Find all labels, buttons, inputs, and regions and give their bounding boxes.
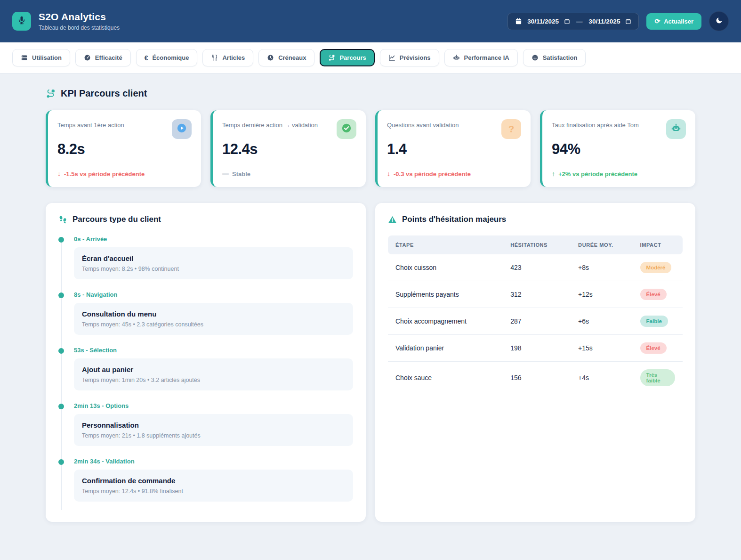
trend-text: Stable — [232, 170, 250, 178]
tab-label: Parcours — [339, 54, 366, 61]
journey-step: 8s - NavigationConsultation du menuTemps… — [58, 291, 353, 335]
tab-label: Prévisions — [400, 54, 431, 61]
table-cell: 312 — [503, 281, 571, 308]
tab-satisfaction[interactable]: Satisfaction — [523, 49, 586, 66]
refresh-button[interactable]: ⟳ Actualiser — [646, 13, 701, 30]
hesitation-table: ÉTAPEHÉSITATIONSDURÉE MOY.IMPACT Choix c… — [388, 235, 683, 394]
table-cell: +4s — [571, 362, 632, 394]
column-header: DURÉE MOY. — [571, 235, 632, 254]
column-header: HÉSITATIONS — [503, 235, 571, 254]
tab-créneaux[interactable]: Créneaux — [258, 49, 314, 66]
timeline-dot-icon — [58, 348, 64, 354]
trend-up-icon: ↑ — [552, 170, 555, 178]
hesitation-panel-title: Points d'hésitation majeurs — [388, 215, 683, 224]
journey-panel-title-text: Parcours type du client — [72, 215, 161, 224]
tab-articles[interactable]: Articles — [202, 49, 253, 66]
kpi-value: 94% — [552, 141, 686, 158]
tab-label: Articles — [222, 54, 245, 61]
table-row: Validation panier198+15sÉlevé — [388, 335, 683, 362]
calendar-picker-icon[interactable] — [564, 18, 570, 24]
tab-prévisions[interactable]: Prévisions — [380, 49, 439, 66]
timeline-dot-icon — [58, 459, 64, 465]
moon-icon — [715, 16, 723, 26]
step-meta: Temps moyen: 1min 20s • 3.2 articles ajo… — [82, 377, 345, 383]
table-cell: Choix sauce — [388, 362, 503, 394]
chart-line-icon — [388, 54, 395, 61]
table-row: Choix cuisson423+8sModéré — [388, 254, 683, 281]
step-title: Personnalisation — [82, 421, 345, 429]
date-to-input[interactable]: 30/11/2025 — [589, 18, 620, 25]
table-row: Suppléments payants312+12sÉlevé — [388, 281, 683, 308]
tab-label: Créneaux — [278, 54, 306, 61]
kpi-icon-badge — [666, 119, 686, 139]
server-icon — [21, 54, 28, 61]
trend-flat-icon: — — [222, 170, 229, 178]
tab-parcours[interactable]: Parcours — [320, 49, 374, 66]
kpi-trend: —Stable — [222, 170, 356, 178]
table-cell: Très faible — [633, 362, 683, 394]
tab-performance-ia[interactable]: Performance IA — [444, 49, 518, 66]
route-icon — [328, 54, 335, 61]
trend-text: -1.5s vs période précédente — [64, 170, 145, 178]
euro-icon: € — [145, 55, 148, 61]
step-title: Consultation du menu — [82, 310, 345, 318]
table-cell: 287 — [503, 308, 571, 335]
calendar-picker-icon[interactable] — [625, 18, 631, 24]
route-icon — [46, 89, 56, 98]
app-header: S2O Analytics Tableau de bord des statis… — [0, 0, 741, 42]
kpi-card-header: Temps avant 1ère action — [57, 119, 192, 139]
table-cell: 198 — [503, 335, 571, 362]
warning-icon — [388, 215, 397, 224]
step-time-label: 2min 13s - Options — [74, 402, 353, 409]
microphone-icon — [17, 16, 26, 27]
question-icon: ? — [508, 124, 514, 135]
kpi-card-header: Taux finalisation après aide Tom — [552, 119, 686, 139]
step-meta: Temps moyen: 8.2s • 98% continuent — [82, 266, 345, 272]
kpi-card-header: Questions avant validation? — [387, 119, 521, 139]
table-cell: +6s — [571, 308, 632, 335]
app-logo — [12, 12, 31, 31]
step-title: Écran d'accueil — [82, 254, 345, 262]
utensils-icon — [211, 54, 218, 61]
kpi-trend: ↓-1.5s vs période précédente — [57, 170, 192, 178]
tab-label: Économique — [152, 54, 189, 61]
impact-badge: Modéré — [640, 262, 672, 273]
kpi-label: Temps avant 1ère action — [57, 119, 124, 130]
table-row: Choix accompagnement287+6sFaible — [388, 308, 683, 335]
tab-efficacité[interactable]: Efficacité — [75, 49, 131, 66]
date-range-picker[interactable]: 30/11/2025 — 30/11/2025 — [507, 13, 639, 30]
tab-utilisation[interactable]: Utilisation — [12, 49, 70, 66]
date-from-input[interactable]: 30/11/2025 — [527, 18, 559, 25]
hesitation-panel-title-text: Points d'hésitation majeurs — [402, 215, 506, 224]
journey-timeline: 0s - ArrivéeÉcran d'accueilTemps moyen: … — [58, 235, 353, 510]
table-cell: Suppléments payants — [388, 281, 503, 308]
main-content: KPI Parcours client Temps avant 1ère act… — [46, 73, 695, 522]
app-title: S2O Analytics — [39, 11, 120, 23]
step-card: Confirmation de commandeTemps moyen: 12.… — [74, 470, 353, 502]
footsteps-icon — [58, 215, 67, 224]
step-meta: Temps moyen: 21s • 1.8 suppléments ajout… — [82, 432, 345, 439]
trend-down-icon: ↓ — [387, 170, 390, 178]
kpi-value: 1.4 — [387, 141, 521, 158]
journey-step: 53s - SélectionAjout au panierTemps moye… — [58, 347, 353, 390]
app-subtitle: Tableau de bord des statistiques — [39, 24, 120, 31]
step-title: Confirmation de commande — [82, 477, 345, 485]
table-cell: +8s — [571, 254, 632, 281]
robot-icon — [453, 54, 460, 61]
column-header: IMPACT — [633, 235, 683, 254]
step-card: Consultation du menuTemps moyen: 45s • 2… — [74, 303, 353, 335]
step-card: Ajout au panierTemps moyen: 1min 20s • 3… — [74, 358, 353, 390]
journey-step: 2min 34s - ValidationConfirmation de com… — [58, 458, 353, 502]
table-cell: Élevé — [633, 335, 683, 362]
table-cell: 156 — [503, 362, 571, 394]
step-time-label: 2min 34s - Validation — [74, 458, 353, 465]
table-cell: Choix cuisson — [388, 254, 503, 281]
tab-label: Satisfaction — [543, 54, 578, 61]
impact-badge: Faible — [640, 316, 668, 327]
tab-économique[interactable]: €Économique — [136, 49, 198, 66]
tab-bar: UtilisationEfficacité€ÉconomiqueArticles… — [0, 42, 741, 73]
kpi-icon-badge — [172, 119, 192, 139]
dark-mode-toggle[interactable] — [709, 11, 729, 31]
kpi-icon-badge — [337, 119, 356, 139]
table-cell: 423 — [503, 254, 571, 281]
